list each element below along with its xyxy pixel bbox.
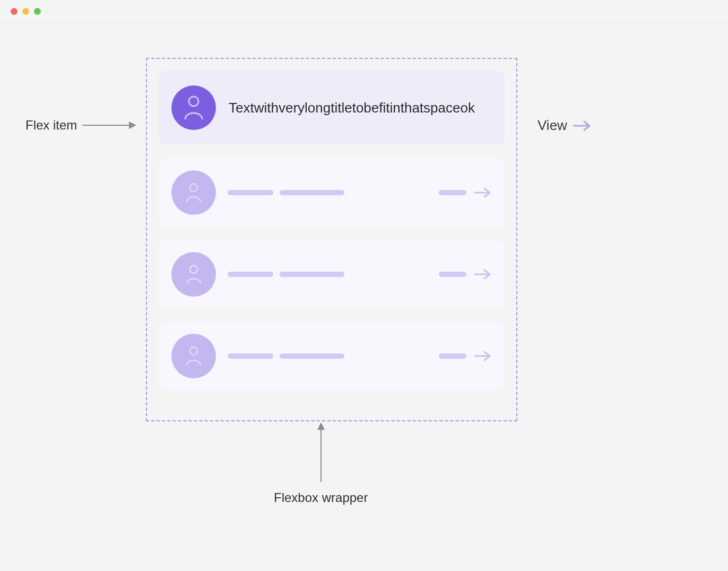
diagram-stage: Flex item Textwithverylongtitletobefitin…: [0, 23, 728, 571]
annotation-flex-item: Flex item: [25, 118, 135, 133]
placeholder-text: [228, 353, 344, 359]
placeholder-text: [228, 272, 344, 277]
person-icon: [185, 345, 202, 367]
svg-point-3: [190, 265, 197, 273]
window-titlebar: [0, 0, 728, 23]
list-item-primary: Textwithverylongtitletobefitinthatspaceo…: [159, 71, 505, 145]
person-icon: [183, 95, 204, 120]
zoom-window-button[interactable]: [34, 8, 41, 15]
avatar: [171, 252, 216, 297]
avatar: [171, 334, 216, 378]
arrow-right-icon: [573, 119, 592, 132]
close-window-button[interactable]: [11, 8, 18, 15]
arrow-right-icon: [474, 186, 492, 199]
annotation-flexbox-wrapper: Flexbox wrapper: [274, 423, 368, 505]
annotation-flex-item-label: Flex item: [25, 118, 77, 133]
svg-point-0: [189, 97, 198, 106]
list-item: [159, 322, 505, 390]
arrow-up-icon: [320, 423, 322, 482]
arrow-right-icon: [474, 350, 492, 362]
flexbox-wrapper: Textwithverylongtitletobefitinthatspaceo…: [146, 58, 517, 421]
avatar: [171, 170, 216, 215]
placeholder-text: [228, 190, 344, 195]
arrow-right-icon: [82, 125, 135, 126]
placeholder-action: [439, 350, 492, 362]
placeholder-action: [439, 268, 492, 281]
view-link[interactable]: View: [538, 117, 592, 134]
minimize-window-button[interactable]: [22, 8, 29, 15]
annotation-flexbox-wrapper-label: Flexbox wrapper: [274, 490, 368, 505]
list-item: [159, 159, 505, 227]
arrow-right-icon: [474, 268, 492, 281]
placeholder-action: [439, 186, 492, 199]
list-item: [159, 240, 505, 308]
person-icon: [185, 182, 202, 203]
list-item-title: Textwithverylongtitletobefitinthatspaceo…: [229, 100, 475, 116]
avatar: [171, 85, 216, 130]
person-icon: [185, 264, 202, 285]
view-link-label: View: [538, 117, 567, 134]
svg-point-1: [190, 184, 197, 191]
svg-point-5: [190, 347, 197, 354]
